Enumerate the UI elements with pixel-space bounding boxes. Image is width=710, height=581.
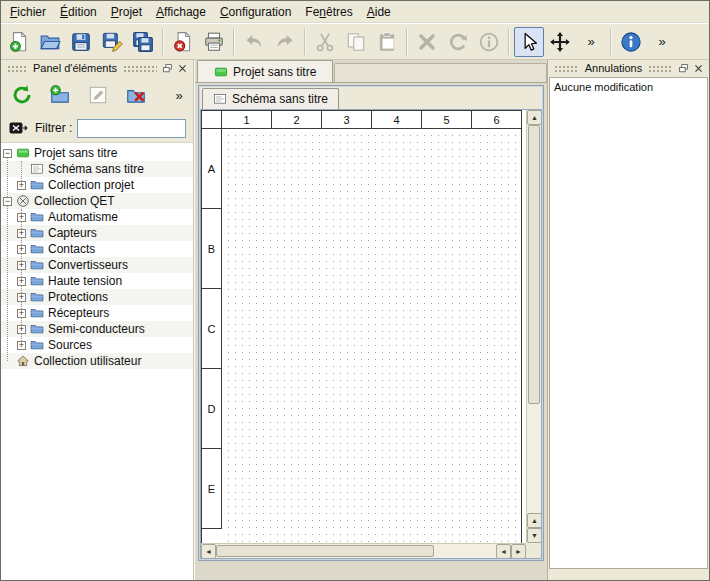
vertical-scroll-thumb[interactable] [528,125,540,404]
scroll-right-button[interactable]: ► [511,544,526,559]
undo-empty-text: Aucune modification [554,81,703,93]
ruler-column-6: 6 [472,111,522,129]
help-overflow-button[interactable]: » [647,27,677,57]
expander-plus[interactable]: + [17,229,26,238]
undo-panel-header[interactable]: Annulations [548,60,709,76]
dock-grip[interactable] [123,64,157,72]
folder-icon [30,258,44,272]
redo-button [270,27,300,57]
close-file-icon [172,31,194,53]
menu-fenetres[interactable]: Fenêtres [298,2,359,22]
tree-item-haute-tension[interactable]: +Haute tension [1,273,193,289]
elements-overflow-button[interactable]: » [171,80,187,110]
close-panel-button[interactable] [175,61,190,75]
ruler-corner [202,111,222,129]
menu-projet[interactable]: Projet [104,2,149,22]
save-button[interactable] [66,27,96,57]
expander-plus[interactable]: + [17,277,26,286]
scroll-up-button-2[interactable]: ▲ [527,513,542,528]
horizontal-scroll-thumb[interactable] [216,545,434,557]
about-button[interactable] [616,27,646,57]
menu-affichage[interactable]: Affichage [149,2,213,22]
tree-item-sources[interactable]: +Sources [1,337,193,353]
dock-grip[interactable] [7,64,27,72]
toolbar-separator [233,29,235,55]
ruler-row-C: C [202,289,222,369]
selection-mode-button[interactable] [514,27,544,57]
menu-edition[interactable]: Édition [53,2,104,22]
toolbar-overflow-button[interactable]: » [576,27,606,57]
new-project-button[interactable] [4,27,34,57]
undo-history-list[interactable]: Aucune modification [549,77,708,569]
diagram-sheet: 123456 ABCDE [201,110,522,559]
clear-filter-button[interactable] [6,116,30,140]
float-panel-button[interactable] [676,61,691,75]
save-all-icon [132,31,154,53]
cut-button [310,27,340,57]
close-panel-button[interactable] [691,61,706,75]
new-element-button[interactable] [45,80,75,110]
scroll-up-button[interactable]: ▲ [527,110,542,125]
menu-fichier[interactable]: Fichier [3,2,53,22]
menu-aide[interactable]: Aide [360,2,398,22]
tree-item-convertisseurs[interactable]: +Convertisseurs [1,257,193,273]
elements-panel-header[interactable]: Panel d'éléments [1,60,193,76]
undo-button [239,27,269,57]
tree-item-schema-sans-titre[interactable]: Schéma sans titre [1,161,193,177]
tree-item-semi-conducteurs[interactable]: +Semi-conducteurs [1,321,193,337]
print-button[interactable] [199,27,229,57]
close-file-button[interactable] [168,27,198,57]
filter-input[interactable] [77,119,186,138]
expander-plus[interactable]: + [17,341,26,350]
vertical-scrollbar[interactable]: ▲ ▲ ▼ [526,110,541,543]
tree-item-automatisme[interactable]: +Automatisme [1,209,193,225]
tab-bar-empty-area [334,63,547,82]
menu-configuration[interactable]: Configuration [213,2,298,22]
diagram-view[interactable]: 123456 ABCDE ▲ ▲ ▼ [200,109,542,559]
horizontal-scroll-track[interactable] [216,544,496,558]
tab-schema-sans-titre[interactable]: Schéma sans titre [202,88,339,109]
tree-item-recepteurs[interactable]: +Récepteurs [1,305,193,321]
tab-projet-sans-titre[interactable]: Projet sans titre [197,60,333,82]
delete-element-button[interactable] [121,80,151,110]
save-as-button[interactable] [97,27,127,57]
tree-item-label: Collection utilisateur [34,354,141,368]
dock-grip[interactable] [554,64,579,72]
vertical-scroll-track[interactable] [527,125,541,513]
tree-item-collection-qet[interactable]: −Collection QET [1,193,193,209]
ruler-column-3: 3 [322,111,372,129]
expander-plus[interactable]: + [17,293,26,302]
tree-item-protections[interactable]: +Protections [1,289,193,305]
dock-grip[interactable] [648,64,673,72]
undo-panel: Annulations Aucune modification [547,60,709,580]
expander-plus[interactable]: + [17,325,26,334]
reload-collections-button[interactable] [7,80,37,110]
move-cross-icon [549,31,571,53]
expander-minus[interactable]: − [3,197,12,206]
info-icon [478,31,500,53]
copy-icon [345,31,367,53]
open-project-button[interactable] [35,27,65,57]
expander-plus[interactable]: + [17,309,26,318]
float-panel-button[interactable] [160,61,175,75]
tree-item-projet-sans-titre[interactable]: −Projet sans titre [1,145,193,161]
expander-plus[interactable]: + [17,261,26,270]
expander-plus[interactable]: + [17,181,26,190]
scroll-down-button[interactable]: ▼ [527,528,542,543]
expander-minus[interactable]: − [3,149,12,158]
tree-item-label: Sources [48,338,92,352]
pan-mode-button[interactable] [545,27,575,57]
tree-item-contacts[interactable]: +Contacts [1,241,193,257]
expander-plus[interactable]: + [17,245,26,254]
diagram-grid[interactable] [222,129,522,559]
tree-item-collection-projet[interactable]: +Collection projet [1,177,193,193]
expander-plus[interactable]: + [17,213,26,222]
horizontal-scrollbar[interactable]: ◄ ◄ ► [201,543,526,558]
scroll-left-button[interactable]: ◄ [201,544,216,559]
save-icon [70,31,92,53]
tree-item-capteurs[interactable]: +Capteurs [1,225,193,241]
tree-item-collection-utilisateur[interactable]: Collection utilisateur [1,353,193,369]
scroll-left-button-2[interactable]: ◄ [496,544,511,559]
save-all-button[interactable] [128,27,158,57]
tree-item-label: Projet sans titre [34,146,117,160]
